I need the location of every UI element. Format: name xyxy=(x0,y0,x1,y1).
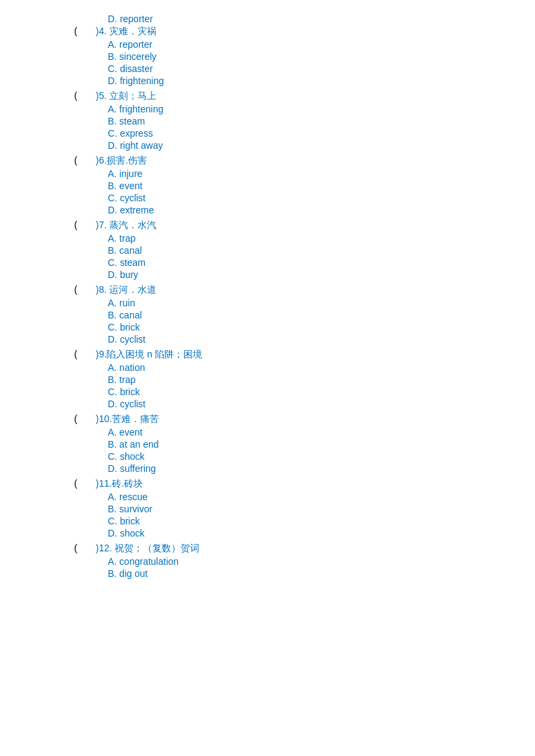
question-text-9: )9.陷入困境 n 陷阱；困境 xyxy=(96,349,202,361)
paren-9: ( xyxy=(74,349,77,359)
option-10b: B. at an end xyxy=(108,439,535,450)
blank-11 xyxy=(80,478,96,489)
option-6a: A. injure xyxy=(108,168,535,179)
option-9c: C. brick xyxy=(108,386,535,397)
option-7d: D. bury xyxy=(108,269,535,280)
question-row-8: ( )8. 运河．水道 xyxy=(0,284,535,296)
question-text-6: )6.损害.伤害 xyxy=(96,155,147,167)
blank-7 xyxy=(80,219,96,230)
question-row-6: ( )6.损害.伤害 xyxy=(0,155,535,167)
question-text-5: )5. 立刻；马上 xyxy=(96,90,156,102)
option-4c: C. disaster xyxy=(108,63,535,74)
option-8c: C. brick xyxy=(108,322,535,333)
question-row-12: ( )12. 祝贺；（复数）贺词 xyxy=(0,543,535,555)
options-block-9: A. nation B. trap C. brick D. cyclist xyxy=(108,362,535,409)
option-11d: D. shock xyxy=(108,528,535,539)
options-block-7: A. trap B. canal C. steam D. bury xyxy=(108,233,535,280)
question-row-4: ( )4. 灾难．灾祸 xyxy=(0,26,535,38)
option-6d: D. extreme xyxy=(108,205,535,215)
option-8b: B. canal xyxy=(108,310,535,320)
option-9a: A. nation xyxy=(108,362,535,373)
option-5d: D. right away xyxy=(108,140,535,151)
paren-4: ( xyxy=(74,26,77,36)
options-block-6: A. injure B. event C. cyclist D. extreme xyxy=(108,168,535,215)
option-4a: A. reporter xyxy=(108,39,535,50)
option-10a: A. event xyxy=(108,427,535,438)
blank-10 xyxy=(80,413,96,424)
question-text-11: )11.砖.砖块 xyxy=(96,478,143,490)
option-12b: B. dig out xyxy=(108,568,535,579)
question-row-5: ( )5. 立刻；马上 xyxy=(0,90,535,102)
option-7c: C. steam xyxy=(108,257,535,268)
question-text-7: )7. 蒸汽．水汽 xyxy=(96,219,156,232)
option-9d: D. cyclist xyxy=(108,399,535,409)
question-text-12: )12. 祝贺；（复数）贺词 xyxy=(96,543,199,555)
paren-5: ( xyxy=(74,90,77,101)
options-block-10: A. event B. at an end C. shock D. suffer… xyxy=(108,427,535,474)
paren-11: ( xyxy=(74,478,77,489)
blank-4 xyxy=(80,26,96,36)
option-4b: B. sincerely xyxy=(108,51,535,62)
prefix-option-d-reporter: D. reporter xyxy=(108,13,153,24)
option-5b: B. steam xyxy=(108,116,535,127)
blank-9 xyxy=(80,349,96,359)
option-10c: C. shock xyxy=(108,451,535,462)
option-12a: A. congratulation xyxy=(108,556,535,567)
option-11a: A. rescue xyxy=(108,491,535,502)
blank-8 xyxy=(80,284,96,295)
blank-12 xyxy=(80,543,96,553)
option-8a: A. ruin xyxy=(108,298,535,308)
paren-6: ( xyxy=(74,155,77,166)
question-text-10: )10.苦难．痛苦 xyxy=(96,413,159,425)
option-8d: D. cyclist xyxy=(108,334,535,345)
paren-10: ( xyxy=(74,413,77,424)
option-11c: C. brick xyxy=(108,516,535,526)
paren-7: ( xyxy=(74,219,77,230)
option-7b: B. canal xyxy=(108,245,535,256)
options-block-11: A. rescue B. survivor C. brick D. shock xyxy=(108,491,535,539)
option-10d: D. suffering xyxy=(108,463,535,474)
question-row-10: ( )10.苦难．痛苦 xyxy=(0,413,535,425)
option-9b: B. trap xyxy=(108,374,535,385)
options-block-8: A. ruin B. canal C. brick D. cyclist xyxy=(108,298,535,345)
option-6c: C. cyclist xyxy=(108,193,535,203)
option-5a: A. frightening xyxy=(108,104,535,114)
option-7a: A. trap xyxy=(108,233,535,244)
option-6b: B. event xyxy=(108,180,535,191)
blank-5 xyxy=(80,90,96,101)
paren-12: ( xyxy=(74,543,77,553)
option-4d: D. frightening xyxy=(108,75,535,86)
option-11b: B. survivor xyxy=(108,504,535,514)
question-text-4: )4. 灾难．灾祸 xyxy=(96,26,156,38)
question-row-11: ( )11.砖.砖块 xyxy=(0,478,535,490)
question-row-7: ( )7. 蒸汽．水汽 xyxy=(0,219,535,232)
option-5c: C. express xyxy=(108,128,535,139)
question-row-9: ( )9.陷入困境 n 陷阱；困境 xyxy=(0,349,535,361)
question-text-8: )8. 运河．水道 xyxy=(96,284,156,296)
options-block-4: A. reporter B. sincerely C. disaster D. … xyxy=(108,39,535,86)
blank-6 xyxy=(80,155,96,166)
paren-8: ( xyxy=(74,284,77,295)
options-block-12: A. congratulation B. dig out xyxy=(108,556,535,579)
options-block-5: A. frightening B. steam C. express D. ri… xyxy=(108,104,535,151)
